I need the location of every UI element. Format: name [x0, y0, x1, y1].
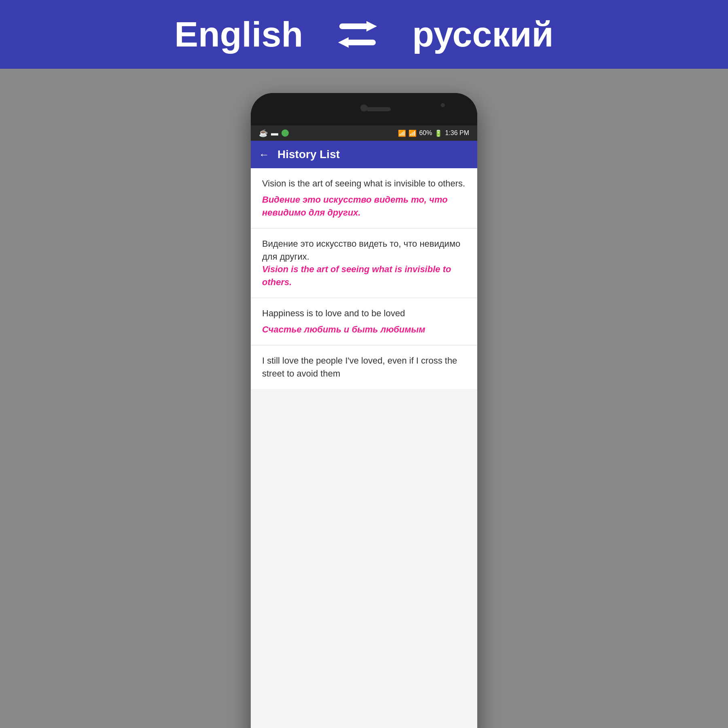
status-icons-left: ☕ ▬	[259, 129, 289, 138]
translated-text: Vision is the art of seeing what is invi…	[262, 263, 466, 289]
swap-languages-button[interactable]	[335, 12, 380, 57]
original-text: Happiness is to love and to be loved	[262, 307, 466, 320]
phone-earpiece	[441, 103, 445, 107]
status-bar: ☕ ▬ 📶 📶 60% 🔋 1:36 PM	[251, 125, 477, 141]
wifi-icon: 📶	[398, 129, 406, 137]
status-right: 📶 📶 60% 🔋 1:36 PM	[398, 129, 469, 137]
list-item[interactable]: Видение это искусство видеть то, что нев…	[251, 229, 477, 298]
phone-speaker	[366, 107, 391, 111]
history-list: Vision is the art of seeing what is invi…	[251, 168, 477, 728]
usb-icon: ☕	[259, 129, 268, 138]
target-language-label[interactable]: русский	[412, 14, 553, 55]
battery-percent: 60%	[419, 129, 432, 137]
screenshot-icon: ▬	[271, 129, 278, 138]
list-item[interactable]: I still love the people I've loved, even…	[251, 345, 477, 389]
list-item[interactable]: Vision is the art of seeing what is invi…	[251, 168, 477, 229]
back-button[interactable]: ←	[259, 148, 269, 161]
clock: 1:36 PM	[445, 129, 469, 137]
language-bar: English русский	[0, 0, 728, 69]
list-item[interactable]: Happiness is to love and to be loved Сча…	[251, 298, 477, 345]
svg-marker-3	[338, 37, 349, 48]
svg-rect-2	[347, 40, 376, 45]
phone-area: ☕ ▬ 📶 📶 60% 🔋 1:36 PM ← History List Vis…	[0, 69, 728, 728]
translated-text: Видение это искусство видеть то, что нев…	[262, 193, 466, 219]
phone-top	[251, 93, 477, 125]
original-text: Vision is the art of seeing what is invi…	[262, 177, 466, 190]
translated-text: Счастье любить и быть любимым	[262, 323, 466, 336]
signal-icon: 📶	[408, 129, 417, 137]
notification-icon	[281, 129, 289, 137]
screen-title: History List	[277, 148, 340, 161]
source-language-label[interactable]: English	[174, 14, 303, 55]
app-bar: ← History List	[251, 141, 477, 168]
svg-marker-1	[366, 21, 377, 32]
original-text: Видение это искусство видеть то, что нев…	[262, 237, 466, 263]
phone-device: ☕ ▬ 📶 📶 60% 🔋 1:36 PM ← History List Vis…	[251, 93, 477, 728]
svg-rect-0	[339, 23, 368, 29]
battery-icon: 🔋	[434, 129, 442, 137]
original-text: I still love the people I've loved, even…	[262, 354, 466, 380]
